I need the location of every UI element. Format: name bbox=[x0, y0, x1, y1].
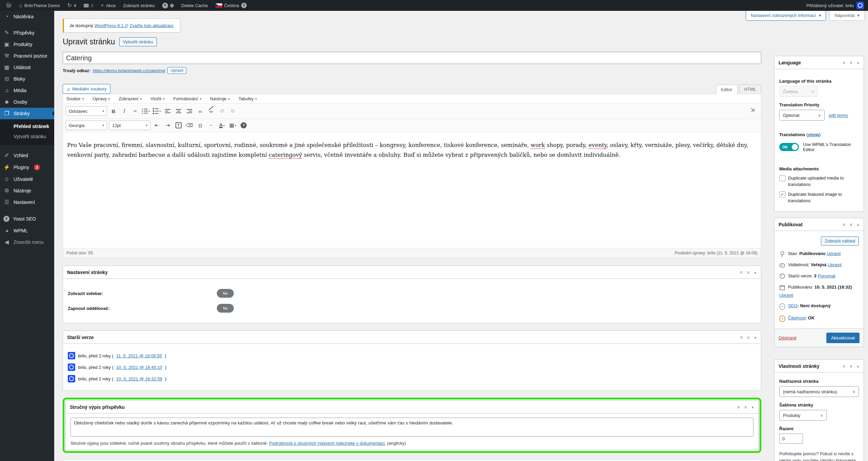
editor-content-body[interactable]: Pro Vaše pracovní, firemní, slavnostní, … bbox=[63, 132, 761, 248]
sidebar-item-tools[interactable]: ⚙ Nástroje bbox=[0, 185, 54, 196]
menu-format[interactable]: Formátování▾ bbox=[173, 96, 202, 101]
clear-formatting-button[interactable]: ⌫ bbox=[185, 121, 194, 130]
edit-published-date-link[interactable]: Upravit bbox=[779, 293, 793, 298]
page-language-select[interactable]: Čeština∨ bbox=[779, 86, 818, 97]
order-input[interactable]: 0 bbox=[779, 434, 803, 444]
screen-options-button[interactable]: Nastavení zobrazených informací▾ bbox=[746, 11, 826, 21]
view-page-menu-item[interactable]: Zobrazit stránku bbox=[121, 0, 158, 11]
menu-insert[interactable]: Vložit▾ bbox=[150, 96, 164, 101]
sidebar-item-posts[interactable]: ✎ Příspěvky bbox=[0, 27, 54, 39]
menu-tables[interactable]: Tabulky▾ bbox=[239, 96, 257, 101]
excerpt-docs-link[interactable]: Podrobnosti o stručných výpisech nalezne… bbox=[269, 441, 386, 446]
page-template-select[interactable]: Produkty∨ bbox=[779, 410, 827, 421]
paste-as-text-button[interactable]: T bbox=[174, 121, 183, 130]
move-up-icon[interactable]: ∧ bbox=[737, 405, 740, 410]
undo-button[interactable]: ↺ bbox=[218, 107, 226, 116]
move-down-icon[interactable]: ∨ bbox=[849, 222, 852, 227]
submenu-item-all-pages[interactable]: Přehled stránek bbox=[0, 121, 54, 131]
tab-html-editor[interactable]: HTML bbox=[739, 84, 761, 94]
table-button[interactable]: ▦▾ bbox=[228, 121, 237, 130]
edit-terms-link[interactable]: edit terms bbox=[829, 113, 848, 118]
sidebar-item-pages[interactable]: ❐ Stránky bbox=[0, 108, 54, 119]
text-color-button[interactable]: A▾ bbox=[218, 121, 226, 130]
sidebar-item-media[interactable]: ♫ Média bbox=[0, 85, 54, 96]
revision-link[interactable]: 10. 5. 2021 @ 16:45:10 bbox=[116, 365, 162, 370]
wpml-editor-toggle[interactable]: ON bbox=[779, 143, 799, 151]
excerpt-textarea[interactable]: Obložený chlebíček nebo sladký dortík s … bbox=[70, 418, 753, 437]
permalink-link[interactable]: https://demo.brilantniweb.cz/catering/ bbox=[92, 68, 165, 73]
comments-menu-item[interactable]: 0 bbox=[81, 0, 96, 11]
collapse-panel-icon[interactable]: ▲ bbox=[754, 336, 757, 339]
sidebar-item-plugins[interactable]: ⚡ Pluginy 3 bbox=[0, 161, 54, 173]
fullscreen-button[interactable]: ⇲ bbox=[748, 105, 757, 114]
add-new-page-button[interactable]: Vytvořit stránku bbox=[119, 37, 157, 46]
collapse-panel-icon[interactable]: ▲ bbox=[754, 271, 757, 274]
new-content-menu-item[interactable]: + Akce bbox=[98, 0, 118, 11]
user-avatar[interactable] bbox=[856, 2, 864, 9]
seo-link[interactable]: SEO bbox=[788, 303, 797, 308]
sidebar-item-people[interactable]: ☻ Osoby bbox=[0, 96, 54, 108]
edit-status-link[interactable]: Upravit bbox=[827, 251, 841, 256]
edit-permalink-button[interactable]: Upravit bbox=[167, 67, 186, 74]
collapse-panel-icon[interactable]: ▲ bbox=[856, 223, 860, 226]
sidebar-item-users[interactable]: ☺ Uživatelé bbox=[0, 173, 54, 185]
sidebar-item-events[interactable]: ▦ Události bbox=[0, 62, 54, 73]
move-up-icon[interactable]: ∧ bbox=[842, 60, 845, 65]
align-right-button[interactable] bbox=[185, 107, 194, 116]
duplicate-featured-checkbox[interactable]: ✓ bbox=[779, 191, 785, 197]
parent-page-select[interactable]: (nemá nadřazenou stránku)∨ bbox=[779, 386, 859, 397]
remove-link-button[interactable]: ∞ bbox=[207, 107, 215, 116]
browse-revisions-link[interactable]: Porovnat bbox=[818, 273, 835, 278]
sidebar-item-collapse-menu[interactable]: ◀ Zmenšit menu bbox=[0, 236, 54, 248]
preview-button[interactable]: Zobrazit náhled bbox=[821, 236, 859, 246]
sidebar-item-yoast[interactable]: Y Yoast SEO bbox=[0, 213, 54, 225]
paragraph-format-select[interactable]: Odstavec▾ bbox=[66, 106, 107, 116]
post-title-input[interactable]: Catering bbox=[63, 52, 761, 64]
help-button-editor[interactable]: ? bbox=[239, 121, 248, 130]
move-up-icon[interactable]: ∧ bbox=[740, 270, 743, 275]
redo-button[interactable]: ↻ bbox=[228, 107, 237, 116]
sidebar-item-wpml[interactable]: ◕ WPML bbox=[0, 225, 54, 236]
align-center-button[interactable] bbox=[174, 107, 183, 116]
tab-visual-editor[interactable]: Editor bbox=[716, 85, 738, 94]
blockquote-button[interactable]: “ bbox=[131, 105, 140, 117]
move-down-icon[interactable]: ∨ bbox=[744, 405, 747, 410]
yoast-menu-item[interactable]: Y bbox=[160, 0, 177, 11]
revision-link[interactable]: 11. 5. 2021 @ 18:08:55 bbox=[116, 353, 162, 358]
menu-view[interactable]: Zobrazení▾ bbox=[119, 96, 142, 101]
language-menu-item[interactable]: Čeština ? bbox=[213, 0, 249, 11]
sidebar-item-dashboard[interactable]: ◔ Nástěnka bbox=[0, 11, 54, 22]
collapse-panel-icon[interactable]: ▲ bbox=[856, 364, 860, 368]
update-button[interactable]: Aktualizovat bbox=[826, 333, 860, 343]
update-now-link[interactable]: Zvažte tuto aktualizaci bbox=[130, 23, 173, 28]
revision-link[interactable]: 10. 5. 2021 @ 16:32:59 bbox=[116, 376, 162, 381]
readability-link[interactable]: Čitelnost bbox=[788, 315, 805, 320]
translations-show-link[interactable]: show bbox=[808, 132, 819, 137]
horizontal-rule-button[interactable]: ┄ bbox=[207, 121, 215, 130]
sidebar-item-settings[interactable]: ☰ Nastavení bbox=[0, 196, 54, 208]
sidebar-item-products[interactable]: ▣ Produkty bbox=[0, 39, 54, 50]
delete-cache-menu-item[interactable]: Delete Cache bbox=[179, 0, 211, 11]
move-down-icon[interactable]: ∨ bbox=[849, 60, 852, 65]
help-button[interactable]: Nápověda▾ bbox=[829, 11, 865, 21]
submenu-item-add-page[interactable]: Vytvořit stránku bbox=[0, 131, 54, 142]
bold-button[interactable]: B bbox=[109, 107, 118, 116]
edit-visibility-link[interactable]: Upravit bbox=[828, 262, 842, 267]
wordpress-logo-icon[interactable]: Ⓦ bbox=[3, 0, 14, 11]
special-character-button[interactable]: Ω bbox=[196, 121, 205, 130]
wordpress-update-link[interactable]: WordPress 6.1.1 bbox=[95, 23, 127, 28]
move-down-icon[interactable]: ∨ bbox=[747, 335, 750, 340]
logged-in-user-label[interactable]: Přihlášený uživatel: brilo bbox=[806, 3, 854, 8]
numbered-list-button[interactable]: ▾ bbox=[152, 107, 161, 116]
indent-button[interactable]: ⇥ bbox=[163, 121, 172, 130]
bullet-list-button[interactable]: ▾ bbox=[142, 107, 150, 116]
move-up-icon[interactable]: ∧ bbox=[842, 222, 845, 227]
italic-button[interactable]: I bbox=[120, 107, 129, 116]
move-down-icon[interactable]: ∨ bbox=[849, 364, 852, 369]
updates-menu-item[interactable]: ↻ 4 bbox=[64, 0, 79, 11]
outdent-button[interactable]: ⇤ bbox=[152, 121, 161, 130]
move-to-trash-link[interactable]: Odstranit bbox=[779, 335, 797, 340]
site-menu-item[interactable]: ⌂ BriloTheme Demo bbox=[16, 0, 62, 11]
translation-priority-select[interactable]: Optional∨ bbox=[779, 110, 825, 121]
insert-link-button[interactable]: ∞ bbox=[196, 107, 205, 116]
